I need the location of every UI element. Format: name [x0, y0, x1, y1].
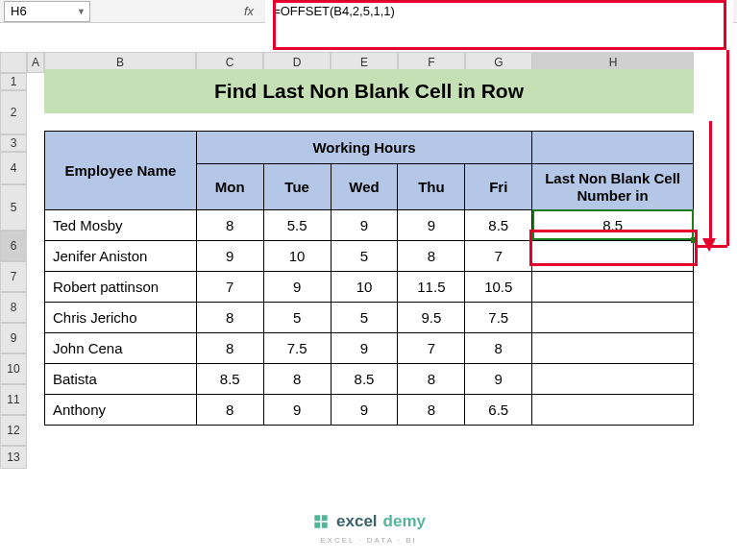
cell-val[interactable]: 5: [331, 303, 398, 333]
cell-val[interactable]: 5.5: [263, 210, 331, 241]
row-header-6[interactable]: 6: [0, 231, 27, 261]
row-header-10[interactable]: 10: [0, 353, 27, 384]
table-row: Anthony 8 9 9 8 6.5: [45, 395, 694, 426]
cell-last[interactable]: [532, 395, 694, 426]
cell-name[interactable]: Batista: [45, 364, 197, 395]
cell-last[interactable]: [532, 272, 694, 303]
table-row: Robert pattinson 7 9 10 11.5 10.5: [45, 272, 694, 303]
fx-icon[interactable]: fx: [244, 4, 254, 18]
select-all-corner[interactable]: [0, 52, 27, 73]
cell-last[interactable]: [532, 303, 694, 333]
cell-val[interactable]: 8.5: [196, 364, 263, 395]
cell-val[interactable]: 8: [465, 333, 532, 364]
cell-val[interactable]: 9: [398, 210, 465, 241]
row-header-12[interactable]: 12: [0, 415, 27, 446]
cell-val[interactable]: 10: [331, 272, 398, 303]
col-header-A[interactable]: A: [27, 52, 44, 73]
header-working-hours-span: [532, 132, 694, 164]
cell-last[interactable]: [532, 333, 694, 364]
header-mon: Mon: [196, 164, 263, 210]
cell-val[interactable]: 8: [196, 395, 263, 426]
annotation-arrow-line: [726, 50, 729, 246]
table-row: Batista 8.5 8 8.5 8 9: [45, 364, 694, 395]
cell-val[interactable]: 9.5: [398, 303, 465, 333]
exceldemy-logo-icon: [311, 512, 331, 531]
cell-val[interactable]: 6.5: [465, 395, 532, 426]
cell-val[interactable]: 8: [196, 210, 263, 241]
formula-bar-row: H6 ▼ fx =OFFSET(B4,2,5,1,1): [0, 0, 737, 23]
formula-bar[interactable]: =OFFSET(B4,2,5,1,1): [265, 0, 733, 23]
cell-val[interactable]: 7.5: [465, 303, 532, 333]
cell-val[interactable]: 8: [398, 364, 465, 395]
cell-val[interactable]: 9: [331, 210, 398, 241]
title-band: Find Last Non Blank Cell in Row: [44, 69, 694, 113]
footer-tagline: EXCEL · DATA · BI: [0, 536, 737, 545]
logo-text-2: demy: [383, 512, 426, 531]
cell-val[interactable]: 7: [398, 333, 465, 364]
annotation-arrow-line: [709, 121, 712, 240]
header-thu: Thu: [398, 164, 465, 210]
cell-val[interactable]: 7.5: [263, 333, 331, 364]
cell-last[interactable]: [532, 241, 694, 272]
cell-val[interactable]: 10.5: [465, 272, 532, 303]
cell-val[interactable]: 5: [263, 303, 331, 333]
cell-val[interactable]: 9: [465, 364, 532, 395]
formula-bar-expand: [0, 23, 737, 52]
header-employee: Employee Name: [45, 132, 197, 210]
cell-last[interactable]: [532, 364, 694, 395]
row-header-3[interactable]: 3: [0, 134, 27, 152]
name-box-value: H6: [11, 4, 27, 18]
cell-last-selected[interactable]: 8.5: [532, 210, 694, 241]
row-header-2[interactable]: 2: [0, 90, 27, 134]
cell-val[interactable]: 8.5: [465, 210, 532, 241]
cell-val[interactable]: 8: [398, 395, 465, 426]
cell-name[interactable]: John Cena: [45, 333, 197, 364]
annotation-arrow-head-icon: [702, 238, 716, 252]
row-header-9[interactable]: 9: [0, 323, 27, 353]
header-last-nonblank: Last Non Blank Cell Number in: [532, 164, 694, 210]
cell-val[interactable]: 7: [196, 272, 263, 303]
cell-val[interactable]: 8: [196, 303, 263, 333]
cell-val[interactable]: 9: [331, 395, 398, 426]
formula-bar-value: =OFFSET(B4,2,5,1,1): [273, 4, 395, 18]
row-header-4[interactable]: 4: [0, 152, 27, 184]
footer-logo: exceldemy: [0, 512, 737, 531]
cell-val[interactable]: 7: [465, 241, 532, 272]
row-header-8[interactable]: 8: [0, 292, 27, 323]
row-header-7[interactable]: 7: [0, 261, 27, 292]
spreadsheet-grid: 1 2 3 4 5 6 7 8 9 10 11 12 13 A B C D E …: [0, 52, 737, 469]
cell-val[interactable]: 8.5: [331, 364, 398, 395]
cell-val[interactable]: 9: [331, 333, 398, 364]
row-header-1[interactable]: 1: [0, 73, 27, 90]
cell-val[interactable]: 10: [263, 241, 331, 272]
row-header-11[interactable]: 11: [0, 384, 27, 415]
row-header-5[interactable]: 5: [0, 184, 27, 231]
name-box[interactable]: H6 ▼: [4, 1, 90, 22]
chevron-down-icon[interactable]: ▼: [77, 7, 86, 16]
table-row: Chris Jericho 8 5 5 9.5 7.5: [45, 303, 694, 333]
table-row: Ted Mosby 8 5.5 9 9 8.5 8.5: [45, 210, 694, 241]
cell-val[interactable]: 5: [331, 241, 398, 272]
cell-val[interactable]: 11.5: [398, 272, 465, 303]
sheet-area[interactable]: A B C D E F G H Find Last Non Blank Cell…: [27, 52, 694, 469]
data-table: Employee Name Working Hours Mon Tue Wed …: [44, 131, 694, 426]
row-headers: 1 2 3 4 5 6 7 8 9 10 11 12 13: [0, 52, 27, 469]
cell-name[interactable]: Jenifer Aniston: [45, 241, 197, 272]
cell-val[interactable]: 9: [263, 272, 331, 303]
table-row: Jenifer Aniston 9 10 5 8 7: [45, 241, 694, 272]
cell-val[interactable]: 9: [263, 395, 331, 426]
cell-val[interactable]: 8: [196, 333, 263, 364]
header-tue: Tue: [263, 164, 331, 210]
cell-name[interactable]: Ted Mosby: [45, 210, 197, 241]
cell-val[interactable]: 8: [263, 364, 331, 395]
cell-name[interactable]: Chris Jericho: [45, 303, 197, 333]
cell-val[interactable]: 9: [196, 241, 263, 272]
header-working-hours: Working Hours: [196, 132, 531, 164]
cell-val[interactable]: 8: [398, 241, 465, 272]
header-fri: Fri: [465, 164, 532, 210]
page-title: Find Last Non Blank Cell in Row: [214, 80, 524, 103]
cell-name[interactable]: Robert pattinson: [45, 272, 197, 303]
cell-name[interactable]: Anthony: [45, 395, 197, 426]
row-header-13[interactable]: 13: [0, 446, 27, 469]
fill-handle[interactable]: [691, 237, 697, 243]
